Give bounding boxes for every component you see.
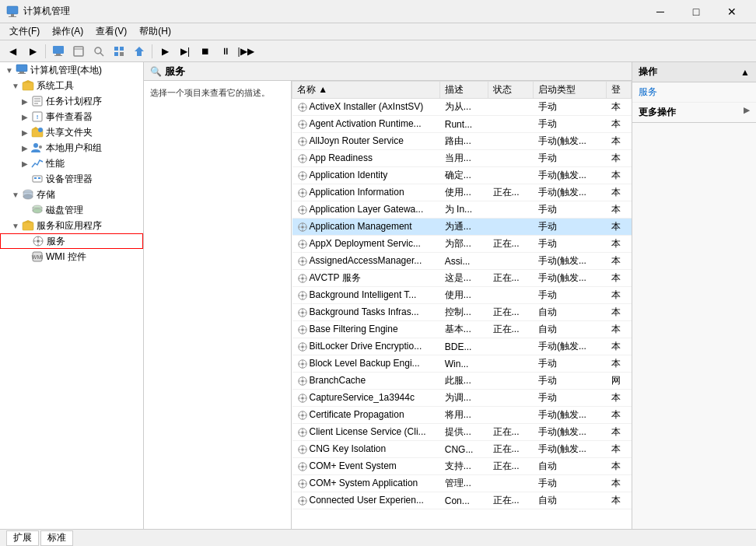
play-next-button[interactable]: ▶| [176, 43, 194, 60]
table-row[interactable]: BitLocker Drive Encryptio...BDE...手动(触发.… [292, 338, 632, 355]
sidebar-item-device-mgr[interactable]: 设备管理器 [0, 171, 143, 187]
actions-service-item[interactable]: 服务 [632, 82, 756, 103]
toolbar-btn-3[interactable] [89, 43, 108, 60]
service-status-cell: 正在... [488, 458, 534, 475]
sidebar: ▼ 计算机管理(本地) ▼ 系统工具 ▶ 任务计划 [0, 62, 144, 529]
svg-text:WMI: WMI [32, 254, 43, 260]
skip-button[interactable]: |▶▶ [236, 43, 255, 60]
menu-bar: 文件(F) 操作(A) 查看(V) 帮助(H) [0, 23, 756, 40]
service-desc-cell: 这是... [440, 270, 488, 287]
table-row[interactable]: AVCTP 服务这是...正在...手动(触发...本 [292, 270, 632, 287]
pause-button[interactable]: ⏸ [216, 43, 235, 60]
table-row[interactable]: CaptureService_1a3944c为调...手动本 [292, 390, 632, 407]
sidebar-item-system-tools[interactable]: ▼ 系统工具 [0, 78, 143, 93]
service-name-cell: Application Layer Gatewa... [292, 201, 440, 219]
menu-view[interactable]: 查看(V) [89, 23, 133, 40]
menu-action[interactable]: 操作(A) [46, 23, 89, 40]
table-row[interactable]: Client License Service (Cli...提供...正在...… [292, 424, 632, 441]
svg-point-128 [301, 328, 304, 331]
sidebar-item-local-users[interactable]: ▶ 本地用户和组 [0, 140, 143, 156]
table-row[interactable]: AssignedAccessManager...Assi...手动(触发...本 [292, 253, 632, 270]
service-desc-cell: Runt... [440, 116, 488, 133]
service-name-cell: AssignedAccessManager... [292, 253, 440, 270]
sidebar-item-computer-mgmt[interactable]: ▼ 计算机管理(本地) [0, 62, 143, 78]
toolbar-btn-4[interactable] [110, 43, 128, 60]
table-row[interactable]: Agent Activation Runtime...Runt...手动本 [292, 116, 632, 133]
table-row[interactable]: Background Tasks Infras...控制...正在...自动本 [292, 304, 632, 321]
table-row[interactable]: ActiveX Installer (AxInstSV)为从...手动本 [292, 99, 632, 116]
svg-point-110 [301, 277, 304, 280]
table-row[interactable]: Application Management为通...手动本 [292, 219, 632, 236]
col-header-logon[interactable]: 登 [607, 82, 632, 99]
svg-rect-10 [114, 47, 118, 51]
sidebar-item-wmi[interactable]: WMI WMI 控件 [0, 249, 143, 264]
services-table-container[interactable]: 名称 ▲ 描述 状态 启动类型 登 ActiveX Installer (AxI… [292, 81, 632, 529]
svg-marker-18 [23, 80, 33, 82]
table-row[interactable]: Connected User Experien...Con...正在...自动本 [292, 492, 632, 509]
svg-point-56 [301, 123, 304, 126]
services-apps-icon [22, 219, 34, 232]
table-row[interactable]: App Readiness当用...手动本 [292, 150, 632, 167]
col-header-starttype[interactable]: 启动类型 [534, 82, 607, 99]
maximize-button[interactable]: □ [678, 0, 714, 23]
col-header-status[interactable]: 状态 [488, 82, 534, 99]
svg-point-86 [301, 208, 304, 212]
table-row[interactable]: COM+ System Application管理...手动本 [292, 475, 632, 492]
actions-more-arrow: ▶ [744, 106, 750, 119]
table-row[interactable]: Application Identity确定...手动(触发...本 [292, 167, 632, 184]
table-row[interactable]: Application Information使用...正在...手动(触发..… [292, 184, 632, 201]
table-row[interactable]: BranchCache此服...手动网 [292, 373, 632, 390]
service-status-cell [488, 475, 534, 492]
expand-icon: ▶ [19, 144, 31, 152]
play-button[interactable]: ▶ [156, 43, 174, 60]
tab-standard[interactable]: 标准 [40, 530, 73, 546]
service-name-cell: Client License Service (Cli... [292, 424, 440, 441]
table-row[interactable]: AllJoyn Router Service路由...手动(触发...本 [292, 133, 632, 150]
services-panel-title: 服务 [165, 65, 185, 79]
table-row[interactable]: Background Intelligent T...使用...手动本 [292, 287, 632, 304]
table-row[interactable]: Base Filtering Engine基本...正在...自动本 [292, 321, 632, 338]
tab-expand[interactable]: 扩展 [6, 530, 39, 546]
toolbar-separator-2 [152, 44, 152, 58]
sidebar-item-disk-mgmt[interactable]: 磁盘管理 [0, 202, 143, 218]
table-row[interactable]: AppX Deployment Servic...为部...正在...手动本 [292, 236, 632, 253]
service-logon-cell: 本 [607, 167, 632, 184]
toolbar-btn-2[interactable] [69, 43, 88, 60]
table-row[interactable]: Block Level Backup Engi...Win...手动本 [292, 355, 632, 373]
table-row[interactable]: COM+ Event System支持...正在...自动本 [292, 458, 632, 475]
svg-point-98 [301, 243, 304, 246]
back-button[interactable]: ◀ [3, 43, 22, 60]
service-desc-cell: 为通... [440, 219, 488, 236]
minimize-button[interactable]: ─ [642, 0, 678, 23]
col-header-desc[interactable]: 描述 [440, 82, 488, 99]
sidebar-item-services-apps[interactable]: ▼ 服务和应用程序 [0, 218, 143, 233]
sidebar-item-storage[interactable]: ▼ 存储 [0, 187, 143, 202]
svg-point-38 [33, 208, 42, 213]
sidebar-item-shared-folders[interactable]: ▶ 共享文件夹 [0, 124, 143, 140]
sidebar-item-event-viewer[interactable]: ▶ ! 事件查看器 [0, 109, 143, 124]
service-starttype-cell: 手动(触发... [534, 441, 607, 458]
service-name-cell: Certificate Propagation [292, 407, 440, 424]
service-starttype-cell: 手动(触发... [534, 270, 607, 287]
sidebar-item-performance[interactable]: ▶ 性能 [0, 156, 143, 171]
col-header-name[interactable]: 名称 ▲ [292, 82, 440, 99]
close-button[interactable]: ✕ [714, 0, 750, 23]
forward-button[interactable]: ▶ [23, 43, 42, 60]
service-desc-cell: 为 In... [440, 201, 488, 219]
table-row[interactable]: Application Layer Gatewa...为 In...手动本 [292, 201, 632, 219]
stop-button[interactable]: ⏹ [196, 43, 215, 60]
menu-help[interactable]: 帮助(H) [133, 23, 177, 40]
sidebar-item-services[interactable]: 服务 [0, 233, 143, 249]
toolbar-btn-1[interactable] [49, 43, 68, 60]
service-logon-cell: 本 [607, 424, 632, 441]
sidebar-item-task-scheduler[interactable]: ▶ 任务计划程序 [0, 93, 143, 109]
table-row[interactable]: Certificate Propagation将用...手动(触发...本 [292, 407, 632, 424]
toolbar-btn-5[interactable] [130, 43, 149, 60]
svg-point-74 [301, 174, 304, 177]
service-name-cell: App Readiness [292, 150, 440, 167]
service-starttype-cell: 手动(触发... [534, 338, 607, 355]
event-icon: ! [31, 110, 44, 123]
table-row[interactable]: CNG Key IsolationCNG...正在...手动(触发...本 [292, 441, 632, 458]
svg-point-176 [301, 465, 304, 468]
menu-file[interactable]: 文件(F) [3, 23, 46, 40]
